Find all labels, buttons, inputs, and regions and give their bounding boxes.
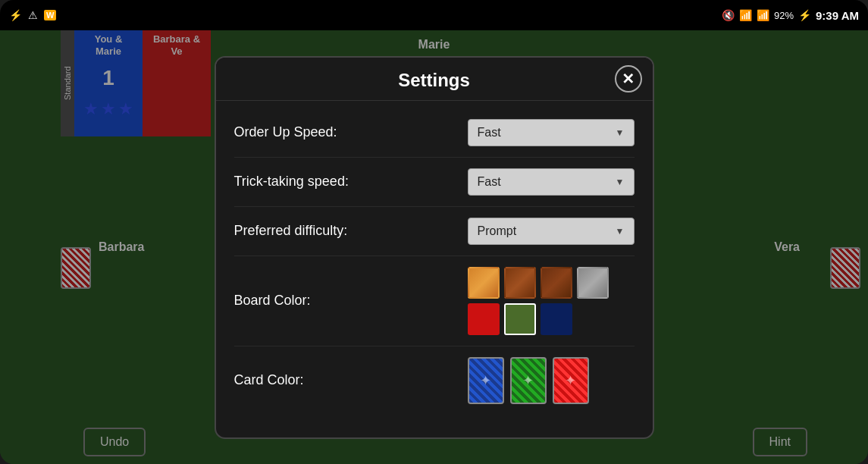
modal-close-button[interactable]: ✕ bbox=[615, 65, 642, 92]
mute-icon: 🔇 bbox=[722, 9, 735, 21]
modal-title: Settings bbox=[398, 70, 470, 91]
warning-icon: ⚠ bbox=[28, 9, 38, 21]
status-bar: ⚡ ⚠ W 🔇 📶 📶 92% ⚡ 9:39 AM bbox=[0, 0, 868, 30]
battery-icon: 92% bbox=[774, 10, 794, 21]
order-up-speed-arrow: ▼ bbox=[616, 127, 625, 138]
swatch-green[interactable] bbox=[504, 303, 536, 335]
card-color-row: Card Color: ✦ ✦ ✦ bbox=[234, 346, 635, 415]
preferred-difficulty-control: Prompt ▼ bbox=[468, 218, 635, 245]
modal-body: Order Up Speed: Fast ▼ Trick-taking spee… bbox=[216, 101, 653, 422]
order-up-speed-row: Order Up Speed: Fast ▼ bbox=[234, 108, 635, 158]
preferred-difficulty-dropdown[interactable]: Prompt ▼ bbox=[468, 218, 635, 245]
trick-taking-speed-arrow: ▼ bbox=[616, 177, 625, 187]
preferred-difficulty-row: Preferred difficulty: Prompt ▼ bbox=[234, 207, 635, 256]
board-color-control bbox=[468, 267, 635, 335]
swatch-brown-wood[interactable] bbox=[541, 267, 572, 299]
wifi-icon: 📶 bbox=[739, 9, 752, 21]
card-option-red[interactable]: ✦ bbox=[553, 357, 589, 404]
trick-taking-speed-dropdown[interactable]: Fast ▼ bbox=[468, 168, 635, 196]
modal-overlay: Settings ✕ Order Up Speed: Fast ▼ bbox=[0, 30, 868, 464]
settings-modal: Settings ✕ Order Up Speed: Fast ▼ bbox=[215, 56, 654, 439]
board-color-swatches bbox=[468, 267, 635, 335]
order-up-speed-value: Fast bbox=[478, 126, 501, 140]
swatch-dark-wood[interactable] bbox=[504, 267, 536, 299]
order-up-speed-control: Fast ▼ bbox=[468, 119, 635, 146]
swatch-navy[interactable] bbox=[541, 303, 572, 335]
board-color-label: Board Color: bbox=[234, 293, 468, 309]
signal-icon: 📶 bbox=[757, 9, 769, 21]
card-color-options: ✦ ✦ ✦ bbox=[468, 357, 635, 404]
swatch-red[interactable] bbox=[468, 303, 500, 335]
status-left-icons: ⚡ ⚠ W bbox=[9, 9, 56, 21]
preferred-difficulty-arrow: ▼ bbox=[616, 226, 625, 237]
swatch-orange-wood[interactable] bbox=[468, 267, 500, 299]
modal-header: Settings ✕ bbox=[216, 58, 653, 101]
charging-icon: ⚡ bbox=[798, 9, 811, 21]
trick-taking-speed-row: Trick-taking speed: Fast ▼ bbox=[234, 158, 635, 207]
trick-taking-speed-value: Fast bbox=[478, 175, 501, 189]
board-color-row: Board Color: bbox=[234, 256, 635, 346]
status-time: 9:39 AM bbox=[816, 9, 859, 22]
preferred-difficulty-value: Prompt bbox=[478, 224, 517, 238]
game-background: Standard You &Marie 1 ★ ★ ★ Barbara &Ve … bbox=[0, 30, 868, 464]
word-icon: W bbox=[44, 10, 56, 20]
trick-taking-speed-control: Fast ▼ bbox=[468, 168, 635, 196]
usb-icon: ⚡ bbox=[9, 9, 22, 21]
card-color-control: ✦ ✦ ✦ bbox=[468, 357, 635, 404]
order-up-speed-dropdown[interactable]: Fast ▼ bbox=[468, 119, 635, 146]
card-option-blue[interactable]: ✦ bbox=[468, 357, 504, 404]
status-right-icons: 🔇 📶 📶 92% ⚡ 9:39 AM bbox=[722, 9, 859, 22]
phone-frame: ⚡ ⚠ W 🔇 📶 📶 92% ⚡ 9:39 AM Standard You &… bbox=[0, 0, 868, 464]
card-color-label: Card Color: bbox=[234, 372, 468, 388]
trick-taking-speed-label: Trick-taking speed: bbox=[234, 174, 468, 190]
order-up-speed-label: Order Up Speed: bbox=[234, 124, 468, 140]
card-option-green[interactable]: ✦ bbox=[510, 357, 547, 404]
preferred-difficulty-label: Preferred difficulty: bbox=[234, 223, 468, 239]
swatch-gray[interactable] bbox=[577, 267, 609, 299]
